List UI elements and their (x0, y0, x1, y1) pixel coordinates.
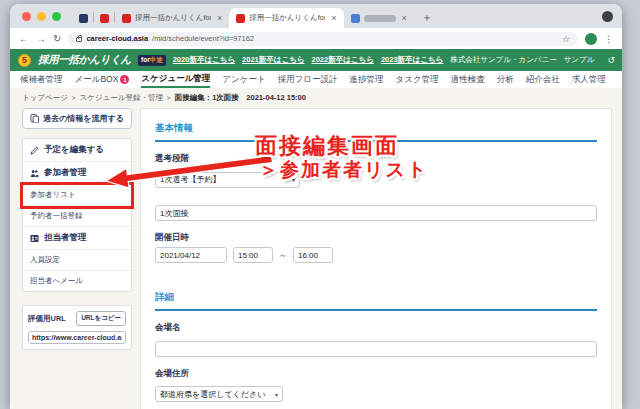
breadcrumb-current: 面接編集：1次面接 2021-04-12 15:00 (175, 93, 306, 102)
interview-name-input[interactable] (155, 205, 597, 221)
sidebar-item-label: 参加者管理 (44, 167, 87, 179)
sidebar-item-staff-mgmt[interactable]: 担当者管理 (23, 227, 131, 250)
forward-icon[interactable]: → (36, 34, 46, 44)
company-name: 株式会社サンプル・カンパニー (450, 55, 556, 65)
close-tab-icon[interactable]: × (400, 13, 407, 23)
logo-badge: for中途 (138, 55, 166, 66)
nav-tasks[interactable]: タスク管理 (396, 71, 439, 88)
people-icon (30, 169, 39, 178)
tab-title: 採用一括かんりくんfor中途 (135, 13, 211, 23)
datetime-row: ～ (155, 247, 597, 263)
chevron-down-icon: ▾ (275, 391, 278, 398)
bookmark-star-icon[interactable]: ☆ (562, 34, 570, 44)
nav-analysis[interactable]: 分析 (497, 71, 514, 88)
pinned-tab-2[interactable] (94, 8, 114, 28)
breadcrumb-home[interactable]: トップページ (22, 93, 68, 102)
sidebar-item-label: 予定を編集する (44, 144, 104, 156)
prefecture-select[interactable]: 都道府県を選択してください ▾ (155, 386, 283, 402)
datetime-label: 開催日時 (155, 232, 597, 244)
date-input[interactable] (155, 247, 227, 263)
close-tab-icon[interactable]: × (215, 13, 222, 23)
close-window-button[interactable] (22, 12, 31, 21)
nav-progress[interactable]: 進捗管理 (350, 71, 384, 88)
person-card-icon (30, 234, 39, 243)
sidebar-item-participant-list[interactable]: 参加者リスト (23, 185, 131, 206)
window-controls (22, 4, 61, 28)
badge-for-label: for (141, 56, 150, 63)
sidebar-item-bulk-register[interactable]: 予約者一括登録 (23, 206, 131, 227)
pencil-icon (30, 146, 39, 155)
link-2020[interactable]: 2020新卒はこちら (173, 55, 235, 65)
section-title-detail: 詳細 (155, 291, 597, 311)
pinned-tab-favicon (100, 14, 109, 23)
nav-aptitude[interactable]: 適性検査 (451, 71, 485, 88)
sidebar-item-label: 参加者リスト (30, 190, 76, 199)
link-2022[interactable]: 2022新卒はこちら (311, 55, 373, 65)
site-logo[interactable]: 採用一括かんりくん (38, 53, 131, 67)
sidebar-item-label: 担当者へメール (30, 276, 83, 285)
pinned-tab-1[interactable] (73, 8, 93, 28)
nav-flow-design[interactable]: 採用フロー設計 (278, 71, 338, 88)
copy-doc-icon (30, 114, 39, 123)
lock-icon (76, 37, 82, 42)
breadcrumb-section[interactable]: スケジュール登録・管理 (80, 93, 163, 102)
nav-mailbox[interactable]: メールBOX1 (75, 71, 130, 88)
logo-medal-icon: 5 (18, 54, 31, 67)
copy-url-button[interactable]: URLをコピー (76, 311, 126, 326)
eval-url-panel: 評価用URL URLをコピー (22, 305, 132, 350)
refresh-icon[interactable]: ↺ (607, 55, 615, 65)
end-time-input[interactable] (293, 247, 333, 263)
user-name[interactable]: サンプル (564, 55, 595, 65)
eval-url-label: 評価用URL (28, 314, 66, 324)
sidebar: 過去の情報を流用する 予定を編集する 参加者管理 参加者リスト (22, 108, 132, 350)
nav-candidates[interactable]: 候補者管理 (20, 71, 63, 88)
site-header: 5 採用一括かんりくん for中途 2020新卒はこちら 2021新卒はこちら … (10, 49, 622, 71)
annotation-subtitle: ＞参加者者リスト (259, 157, 428, 183)
tab-favicon (122, 14, 131, 23)
prefecture-select-value: 都道府県を選択してください (160, 389, 265, 400)
url-path: /mid/schedule/event?id=97162 (152, 34, 254, 43)
main-nav: 候補者管理 メールBOX1 スケジュール管理 アンケート 採用フロー設計 進捗管… (10, 71, 622, 88)
nav-jobs[interactable]: 求人管理 (572, 71, 606, 88)
sidebar-item-participant-mgmt[interactable]: 参加者管理 (23, 162, 131, 185)
address-label: 会場住所 (155, 368, 597, 380)
sidebar-item-staff-setting[interactable]: 人員設定 (23, 250, 131, 271)
nav-survey[interactable]: アンケート (222, 71, 265, 88)
browser-tab-3[interactable]: × (344, 8, 414, 28)
nav-schedule[interactable]: スケジュール管理 (141, 71, 210, 88)
back-icon[interactable]: ← (19, 34, 29, 44)
zoom-window-button[interactable] (52, 12, 61, 21)
start-time-input[interactable] (233, 247, 273, 263)
sidebar-item-label: 予約者一括登録 (30, 211, 83, 220)
blurred-tab-title (364, 15, 396, 22)
profile-avatar[interactable] (585, 33, 597, 45)
tab-search-icon[interactable] (602, 11, 613, 22)
minimize-window-button[interactable] (37, 12, 46, 21)
browser-menu-icon[interactable]: ⋮ (604, 34, 613, 44)
tab-title: 採用一括かんりくんfor中途 (249, 13, 325, 23)
venue-input[interactable] (155, 341, 597, 357)
link-2023[interactable]: 2023新卒はこちら (381, 55, 443, 65)
eval-url-input[interactable] (28, 331, 126, 344)
sidebar-item-label: 担当者管理 (44, 232, 87, 244)
breadcrumb: トップページ ＞ スケジュール登録・管理 ＞ 面接編集：1次面接 2021-04… (10, 88, 622, 106)
mailbox-badge: 1 (120, 75, 129, 84)
new-tab-button[interactable]: ＋ (420, 10, 434, 25)
sidebar-item-edit-schedule[interactable]: 予定を編集する (23, 139, 131, 162)
browser-tab-1[interactable]: 採用一括かんりくんfor中途 × (115, 8, 229, 28)
nav-agencies[interactable]: 紹介会社 (526, 71, 560, 88)
reuse-past-info-button[interactable]: 過去の情報を流用する (22, 108, 132, 129)
breadcrumb-separator: ＞ (165, 93, 173, 102)
sidebar-item-label: 人員設定 (30, 255, 60, 264)
venue-label: 会場名 (155, 322, 597, 334)
url-bar[interactable]: career-cloud.asia/mid/schedule/event?id=… (68, 32, 578, 46)
tab-favicon (351, 14, 360, 23)
link-2021[interactable]: 2021新卒はこちら (242, 55, 304, 65)
browser-toolbar: ← → ↻ career-cloud.asia/mid/schedule/eve… (10, 28, 622, 49)
url-domain: career-cloud.asia (86, 34, 148, 43)
sidebar-item-staff-mail[interactable]: 担当者へメール (23, 271, 131, 291)
browser-tab-strip: 採用一括かんりくんfor中途 × 採用一括かんりくんfor中途 × × ＋ (10, 4, 622, 28)
close-tab-icon[interactable]: × (329, 13, 336, 23)
browser-tab-2-active[interactable]: 採用一括かんりくんfor中途 × (229, 8, 343, 28)
reload-icon[interactable]: ↻ (53, 34, 61, 44)
